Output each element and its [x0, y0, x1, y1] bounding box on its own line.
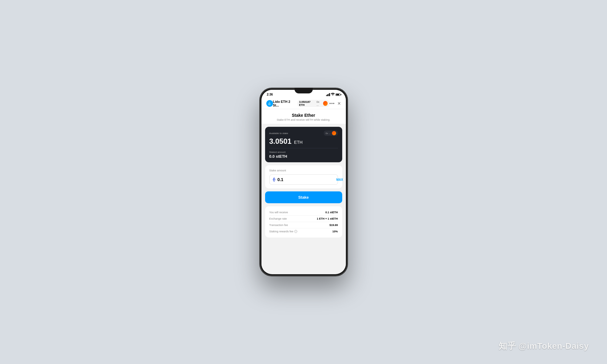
nav-title: Lido ETH 2 St...: [273, 100, 296, 107]
status-time: 2:36: [267, 93, 273, 96]
balance-amount: 3.0501: [269, 137, 292, 145]
balance-row: 3.0501 ETH: [269, 137, 338, 146]
stake-header: Stake Ether Stake ETH and receive stETH …: [261, 109, 346, 124]
info-row-value: $19.69: [329, 224, 338, 227]
info-row: You will receive0.1 stETH: [269, 209, 338, 216]
info-row-label: Transaction fee: [269, 224, 288, 227]
info-row-value: 0.1 stETH: [325, 211, 338, 214]
card-avatar: [332, 131, 336, 135]
balance-card: Available to stake 0x ... 3.0501 ETH Sta…: [265, 127, 342, 162]
info-row: Exchange rate1 ETH = 1 stETH: [269, 216, 338, 222]
nav-wallet-amount: 3.050187 ETH: [299, 100, 315, 106]
info-row-label: Staking rewards fee?: [269, 230, 298, 233]
stake-input-section: Stake amount MAX: [265, 165, 342, 188]
info-row-value: 1 ETH = 1 stETH: [317, 217, 338, 220]
card-wallet-addr: 0x ...: [326, 132, 330, 135]
staked-label: Staked amount: [269, 151, 338, 153]
phone-screen: 2:36 Lido ETH 2 St...: [261, 90, 346, 274]
balance-currency: ETH: [294, 140, 302, 145]
stake-title: Stake Ether: [266, 113, 341, 118]
stake-amount-label: Stake amount: [269, 169, 338, 172]
max-button[interactable]: MAX: [336, 178, 343, 181]
card-top-row: Available to stake 0x ...: [269, 130, 338, 136]
info-row-label: You will receive: [269, 211, 288, 214]
nav-center: Lido ETH 2 St... 3.050187 ETH 0x ...: [273, 100, 329, 107]
battery-icon: [336, 93, 340, 96]
info-row: Staking rewards fee?10%: [269, 228, 338, 234]
phone-notch: [295, 88, 313, 93]
nav-bar: Lido ETH 2 St... 3.050187 ETH 0x ... •••…: [261, 97, 346, 109]
nav-avatar: [323, 101, 328, 106]
close-button[interactable]: ✕: [337, 101, 341, 106]
help-icon[interactable]: ?: [294, 230, 297, 233]
available-label: Available to stake: [269, 132, 288, 135]
stake-amount-input[interactable]: [278, 177, 335, 182]
status-icons: [326, 93, 340, 96]
info-row-value: 10%: [332, 230, 338, 233]
watermark: 知乎 @imToken-Daisy: [499, 340, 589, 352]
stake-input-wrapper[interactable]: MAX: [269, 174, 338, 185]
info-row-label: Exchange rate: [269, 217, 287, 220]
card-wallet-badge[interactable]: 0x ...: [324, 130, 338, 136]
stake-button[interactable]: Stake: [265, 191, 342, 203]
signal-icon: [326, 93, 330, 96]
content-area: Stake Ether Stake ETH and receive stETH …: [261, 109, 346, 272]
info-section: You will receive0.1 stETHExchange rate1 …: [265, 206, 342, 238]
eth-symbol-icon: [273, 177, 276, 182]
lido-app-icon: [266, 100, 273, 107]
nav-wallet[interactable]: 3.050187 ETH 0x ...: [297, 100, 329, 107]
nav-actions: ••• ✕: [329, 101, 341, 106]
wifi-icon: [331, 93, 335, 96]
card-divider: [269, 148, 338, 148]
more-options-button[interactable]: •••: [329, 101, 335, 106]
info-row: Transaction fee$19.69: [269, 222, 338, 228]
nav-wallet-addr: 0x ...: [316, 100, 322, 106]
phone-shell: 2:36 Lido ETH 2 St...: [260, 88, 348, 276]
stake-subtitle: Stake ETH and receive stETH while stakin…: [266, 118, 341, 121]
staked-amount: 0.0 stETH: [269, 154, 338, 159]
